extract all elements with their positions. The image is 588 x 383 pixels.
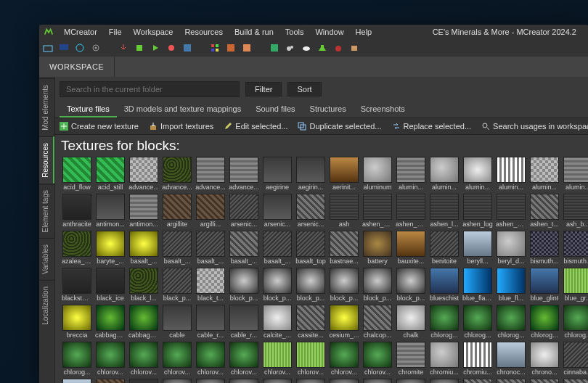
texture-cell[interactable]: cable_r... xyxy=(195,305,226,340)
texture-cell[interactable]: black_ice xyxy=(94,268,126,303)
texture-cell[interactable]: compare... xyxy=(328,379,360,383)
texture-cell[interactable]: chlorov... xyxy=(295,342,327,377)
texture-cell[interactable]: cable xyxy=(161,305,193,340)
texture-cell[interactable]: cassite... xyxy=(295,305,327,340)
sidebar-element-tags[interactable]: Element tags xyxy=(39,184,54,238)
subtab-structures[interactable]: Structures xyxy=(303,102,354,118)
subtab-texture-files[interactable]: Texture files xyxy=(60,102,117,118)
texture-cell[interactable]: chlorov... xyxy=(228,342,260,377)
texture-cell[interactable]: block_p... xyxy=(362,268,393,303)
tb-app3-icon[interactable] xyxy=(241,42,253,54)
tb-cloud-icon[interactable] xyxy=(301,42,312,54)
texture-cell[interactable]: alumin... xyxy=(428,157,460,192)
texture-cell[interactable]: ash_b... xyxy=(562,194,588,229)
texture-cell[interactable]: arsenic... xyxy=(228,194,260,229)
texture-cell[interactable]: bastnae... xyxy=(328,231,360,266)
texture-cell[interactable]: clay xyxy=(61,379,93,383)
texture-cell[interactable]: aegirin... xyxy=(295,157,327,192)
texture-cell[interactable]: chalk xyxy=(395,305,427,340)
replace-selected-button[interactable]: Replace selected... xyxy=(392,122,472,131)
tb-save-icon[interactable] xyxy=(181,42,193,54)
texture-cell[interactable]: basalt_... xyxy=(195,231,226,266)
texture-cell[interactable]: compare... xyxy=(295,379,327,383)
texture-cell[interactable]: ashen_log xyxy=(462,194,494,229)
texture-cell[interactable]: basalt_... xyxy=(261,231,293,266)
texture-cell[interactable]: beryl_d... xyxy=(495,231,527,266)
texture-cell[interactable]: advance... xyxy=(195,157,226,192)
texture-cell[interactable]: block_p... xyxy=(328,268,360,303)
texture-cell[interactable]: black_p... xyxy=(161,268,193,303)
texture-cell[interactable]: chlorog... xyxy=(562,305,588,340)
texture-cell[interactable]: compare... xyxy=(228,379,260,383)
texture-cell[interactable]: chlorog... xyxy=(462,305,494,340)
texture-cell[interactable]: block_p... xyxy=(228,268,260,303)
texture-cell[interactable]: chlorov... xyxy=(362,342,393,377)
texture-cell[interactable]: battery xyxy=(362,231,393,266)
texture-cell[interactable]: cinnaba... xyxy=(562,342,588,377)
texture-cell[interactable]: alumin... xyxy=(562,157,588,192)
texture-cell[interactable]: chrono... xyxy=(528,342,560,377)
texture-cell[interactable]: blackstone xyxy=(61,268,93,303)
menu-workspace[interactable]: Workspace xyxy=(128,26,179,38)
texture-cell[interactable]: chlorov... xyxy=(94,342,126,377)
texture-cell[interactable]: chlorog... xyxy=(428,305,460,340)
texture-cell[interactable]: black_l... xyxy=(128,268,160,303)
texture-cell[interactable]: compare... xyxy=(428,379,460,383)
texture-cell[interactable]: basalt_... xyxy=(161,231,193,266)
tb-apple-icon[interactable] xyxy=(332,42,344,54)
tb-monitor-icon[interactable] xyxy=(58,42,70,54)
texture-cell[interactable]: advance... xyxy=(128,157,160,192)
texture-cell[interactable]: arsenic... xyxy=(261,194,293,229)
texture-cell[interactable]: azalea_top xyxy=(61,231,93,266)
create-texture-button[interactable]: Create new texture xyxy=(60,122,139,131)
texture-cell[interactable]: benitoite xyxy=(428,231,460,266)
tb-globe-icon[interactable] xyxy=(74,42,86,54)
texture-cell[interactable]: aerinit... xyxy=(328,157,360,192)
menu-help[interactable]: Help xyxy=(350,26,378,38)
tb-run-icon[interactable] xyxy=(150,42,161,54)
texture-cell[interactable]: advance... xyxy=(228,157,260,192)
texture-cell[interactable]: argilli... xyxy=(195,194,226,229)
texture-cell[interactable]: arsenic... xyxy=(295,194,327,229)
texture-cell[interactable]: anthracite xyxy=(61,194,93,229)
edit-selected-button[interactable]: Edit selected... xyxy=(224,122,287,131)
texture-cell[interactable]: argillite xyxy=(161,194,193,229)
texture-cell[interactable]: bismuth... xyxy=(562,231,588,266)
texture-cell[interactable]: blue_gr... xyxy=(562,268,588,303)
texture-cell[interactable]: convey... xyxy=(462,379,494,383)
texture-cell[interactable]: antimon... xyxy=(94,194,126,229)
texture-cell[interactable]: convey... xyxy=(528,379,560,383)
texture-cell[interactable]: acid_still xyxy=(94,157,126,192)
texture-cell[interactable]: convey... xyxy=(495,379,527,383)
texture-cell[interactable]: basalt_... xyxy=(228,231,260,266)
texture-cell[interactable]: coal_... xyxy=(128,379,160,383)
workspace-tab[interactable]: WORKSPACE xyxy=(39,57,115,77)
texture-cell[interactable]: black_t... xyxy=(195,268,226,303)
texture-cell[interactable]: cesium_... xyxy=(328,305,360,340)
texture-cell[interactable]: chlorog... xyxy=(495,305,527,340)
texture-cell[interactable]: ashen_t... xyxy=(528,194,560,229)
sort-button[interactable]: Sort xyxy=(287,82,321,96)
texture-cell[interactable]: chlorov... xyxy=(328,342,360,377)
texture-cell[interactable]: cable_r... xyxy=(228,305,260,340)
texture-cell[interactable]: ash xyxy=(328,194,360,229)
texture-cell[interactable]: ashen_d... xyxy=(362,194,393,229)
search-usages-button[interactable]: Search usages in workspace xyxy=(481,122,588,131)
menu-build-run[interactable]: Build & run xyxy=(229,26,279,38)
texture-cell[interactable]: convey... xyxy=(562,379,588,383)
texture-cell[interactable]: acid_flow xyxy=(61,157,93,192)
texture-cell[interactable]: calcite_... xyxy=(261,305,293,340)
texture-cell[interactable]: chlorog... xyxy=(528,305,560,340)
texture-cell[interactable]: block_p... xyxy=(295,268,327,303)
subtab-screenshots[interactable]: Screenshots xyxy=(354,102,412,118)
tb-import-icon[interactable] xyxy=(118,42,129,54)
tb-gear-icon[interactable] xyxy=(90,42,102,54)
texture-cell[interactable]: aegirine xyxy=(261,157,293,192)
texture-cell[interactable]: chlorov... xyxy=(161,342,193,377)
menu-file[interactable]: File xyxy=(103,26,128,38)
texture-cell[interactable]: baryte_... xyxy=(94,231,126,266)
texture-cell[interactable]: claystone xyxy=(94,379,126,383)
tb-texture-icon[interactable] xyxy=(269,42,280,54)
texture-cell[interactable]: antimon... xyxy=(128,194,160,229)
texture-cell[interactable]: aluminum xyxy=(362,157,393,192)
